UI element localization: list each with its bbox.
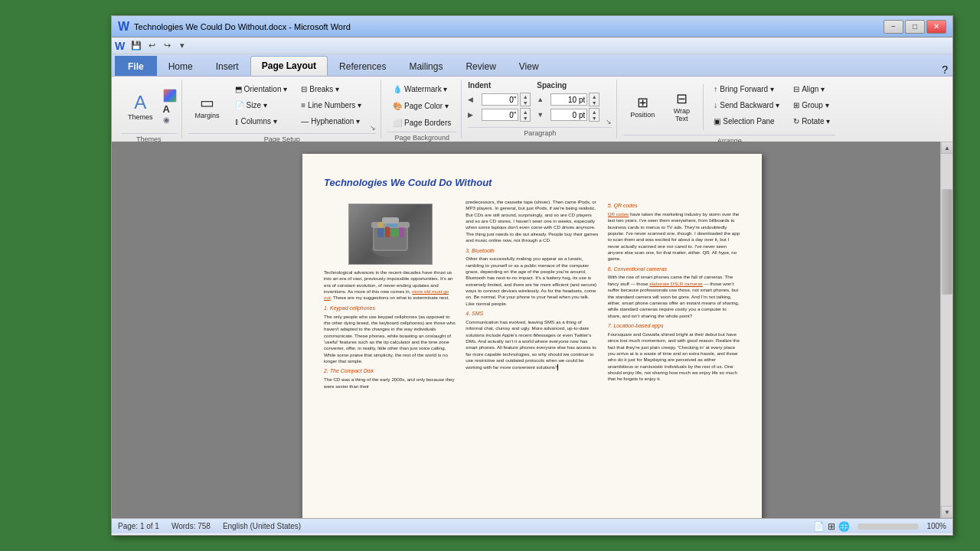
- theme-color-icon[interactable]: [163, 89, 177, 103]
- indent-left-up[interactable]: ▲: [521, 93, 530, 99]
- zoom-slider[interactable]: [858, 523, 919, 530]
- group-icon: ⊞: [793, 101, 799, 109]
- indent-left-row: ◀ ▲ ▼: [468, 93, 531, 106]
- view-web-button[interactable]: 🌐: [838, 521, 850, 532]
- save-icon[interactable]: 💾: [129, 39, 143, 53]
- tab-insert[interactable]: Insert: [204, 56, 250, 76]
- columns-button[interactable]: ⫿ Columns ▾: [230, 113, 293, 129]
- tab-review[interactable]: Review: [454, 56, 507, 76]
- tab-references[interactable]: References: [328, 56, 397, 76]
- spacing-before-down[interactable]: ▼: [590, 99, 599, 106]
- tab-page-layout[interactable]: Page Layout: [250, 56, 328, 76]
- size-label: Size ▾: [247, 101, 267, 109]
- size-button[interactable]: 📄 Size ▾: [230, 97, 293, 112]
- tab-home[interactable]: Home: [157, 56, 204, 76]
- wrap-text-button[interactable]: ⊟ WrapText: [665, 81, 698, 132]
- indent-right-input[interactable]: [482, 109, 518, 121]
- hyphenation-button[interactable]: — Hyphenation ▾: [296, 113, 367, 129]
- col1-body-2: The CD was a thing of the early 2000s, a…: [324, 377, 456, 390]
- page-borders-button[interactable]: ⬜ Page Borders: [387, 115, 456, 130]
- spacing-before-input[interactable]: [550, 93, 587, 106]
- minimize-button[interactable]: −: [884, 20, 903, 34]
- svg-rect-5: [377, 228, 384, 237]
- ribbon-group-arrange: ⊞ Position ⊟ WrapText ↑ Bring Forward ▾ …: [619, 80, 840, 139]
- align-button[interactable]: ⊟ Align ▾: [788, 81, 835, 96]
- page-color-button[interactable]: 🎨 Page Color ▾: [387, 98, 454, 113]
- ribbon-group-themes: A Themes A ◉ Themes: [116, 80, 182, 139]
- hyphenation-icon: —: [301, 117, 309, 126]
- indent-right-spinner: ▲ ▼: [520, 108, 531, 122]
- svg-point-9: [377, 222, 384, 228]
- document-content: Technologies We Could Do Without: [302, 154, 762, 518]
- rotate-button[interactable]: ↻ Rotate ▾: [788, 113, 835, 129]
- theme-effects-icon[interactable]: ◉: [163, 116, 177, 124]
- svg-rect-8: [399, 227, 404, 237]
- watermark-button[interactable]: 💧 Watermark ▾: [387, 81, 452, 96]
- themes-button[interactable]: A Themes: [121, 81, 160, 132]
- send-backward-icon: ↓: [714, 101, 717, 109]
- indent-right-down[interactable]: ▼: [521, 115, 530, 121]
- restore-button[interactable]: □: [905, 20, 925, 34]
- spacing-after-down[interactable]: ▼: [590, 115, 599, 121]
- position-button[interactable]: ⊞ Position: [623, 81, 662, 132]
- customize-icon[interactable]: ▾: [175, 39, 189, 53]
- scroll-up-button[interactable]: ▲: [941, 142, 952, 154]
- theme-font-icon[interactable]: A: [163, 103, 177, 115]
- scrollbar-vertical[interactable]: ▲ ▼: [940, 142, 952, 518]
- col2-heading-2: 4. SMS: [466, 310, 598, 318]
- indent-left-label: ◀: [468, 96, 480, 103]
- tab-view[interactable]: View: [508, 56, 550, 76]
- group-button[interactable]: ⊞ Group ▾: [788, 97, 835, 112]
- col2-heading-1: 3. Bluetooth: [466, 247, 598, 255]
- spacing-before-up[interactable]: ▲: [590, 93, 599, 99]
- spacing-section: Spacing ▲ ▲ ▼ ▼ ▲ ▼: [537, 81, 599, 122]
- close-button[interactable]: ✕: [926, 20, 946, 34]
- spacing-after-up[interactable]: ▲: [590, 109, 599, 115]
- rotate-label: Rotate ▾: [802, 117, 830, 126]
- margins-button[interactable]: ▭ Margins: [188, 81, 227, 132]
- text-cursor: [557, 364, 558, 370]
- redo-icon[interactable]: ↪: [160, 39, 174, 53]
- send-backward-label: Send Backward ▾: [720, 101, 779, 109]
- spacing-after-spinner: ▲ ▼: [589, 108, 599, 122]
- scroll-thumb[interactable]: [942, 189, 952, 295]
- svg-rect-6: [385, 227, 390, 237]
- scroll-down-button[interactable]: ▼: [941, 506, 952, 518]
- bring-forward-label: Bring Forward ▾: [720, 85, 774, 93]
- page-setup-expand[interactable]: ↘: [370, 124, 376, 132]
- status-language: English (United States): [223, 522, 301, 530]
- view-full-screen-button[interactable]: ⊞: [828, 521, 835, 532]
- ribbon-content: A Themes A ◉ Themes ▭ Margins: [112, 76, 952, 142]
- help-icon[interactable]: ?: [942, 64, 948, 76]
- watermark-icon: 💧: [393, 85, 402, 93]
- svg-rect-7: [391, 229, 399, 236]
- spacing-after-input[interactable]: [550, 109, 587, 121]
- orientation-button[interactable]: ⬒ Orientation ▾: [230, 81, 293, 96]
- send-backward-button[interactable]: ↓ Send Backward ▾: [708, 97, 785, 112]
- line-numbers-button[interactable]: ≡ Line Numbers ▾: [296, 97, 367, 112]
- indent-left-input[interactable]: [482, 93, 518, 106]
- spacing-before-spinner: ▲ ▼: [589, 93, 599, 106]
- page-background-group-label: Page Background: [387, 132, 456, 142]
- themes-label: Themes: [128, 113, 153, 121]
- svg-rect-4: [382, 217, 399, 223]
- spacing-title: Spacing: [537, 81, 599, 90]
- word-window: W Technologies We Could Do Without.docx …: [111, 15, 953, 536]
- paragraph-expand[interactable]: ↘: [606, 118, 612, 126]
- view-print-button[interactable]: 📄: [813, 521, 825, 532]
- indent-left-down[interactable]: ▼: [521, 99, 530, 106]
- document-column-3: 5. QR codes QR codes have taken the mark…: [608, 199, 740, 506]
- selection-pane-icon: ▣: [714, 117, 720, 126]
- breaks-button[interactable]: ⊟ Breaks ▾: [296, 81, 367, 96]
- columns-icon: ⫿: [235, 117, 239, 126]
- hyphenation-label: Hyphenation ▾: [311, 117, 360, 126]
- app-icon: W: [118, 20, 129, 34]
- undo-icon[interactable]: ↩: [145, 39, 158, 53]
- page-borders-label: Page Borders: [404, 119, 451, 127]
- tab-mailings[interactable]: Mailings: [397, 56, 454, 76]
- tab-file[interactable]: File: [115, 56, 157, 76]
- selection-pane-button[interactable]: ▣ Selection Pane: [708, 113, 785, 129]
- col3-body-1: QR codes have taken the marketing indust…: [608, 211, 740, 262]
- bring-forward-button[interactable]: ↑ Bring Forward ▾: [708, 81, 785, 96]
- indent-right-up[interactable]: ▲: [521, 109, 530, 115]
